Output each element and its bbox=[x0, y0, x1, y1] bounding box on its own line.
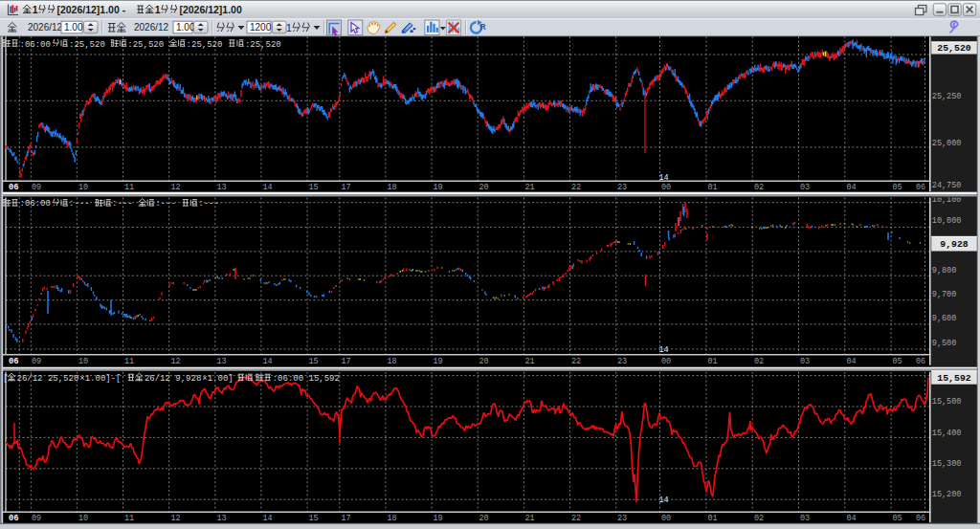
svg-text:14: 14 bbox=[263, 183, 273, 192]
svg-text:×1.00]: ×1.00] bbox=[202, 374, 233, 384]
svg-text:19: 19 bbox=[434, 183, 443, 192]
svg-text:25,250: 25,250 bbox=[932, 92, 962, 101]
svg-text:05: 05 bbox=[893, 183, 902, 192]
svg-text:1.00: 1.00 bbox=[176, 22, 195, 33]
svg-text:12: 12 bbox=[171, 357, 181, 366]
svg-text:15,500: 15,500 bbox=[932, 397, 962, 407]
svg-text:23: 23 bbox=[617, 357, 627, 366]
svg-text::---: :--- bbox=[112, 199, 133, 209]
svg-text::25,520: :25,520 bbox=[245, 40, 281, 50]
svg-text:1: 1 bbox=[286, 22, 292, 33]
svg-text:15,592: 15,592 bbox=[937, 373, 970, 384]
svg-text:20: 20 bbox=[479, 183, 489, 192]
svg-text:9,928: 9,928 bbox=[940, 239, 969, 250]
svg-text:17: 17 bbox=[342, 183, 351, 192]
svg-text:06: 06 bbox=[9, 357, 19, 366]
svg-text:12: 12 bbox=[171, 183, 181, 192]
svg-text:12: 12 bbox=[171, 514, 181, 523]
svg-text:04: 04 bbox=[847, 514, 857, 523]
svg-text:22: 22 bbox=[571, 514, 581, 523]
svg-text:06: 06 bbox=[916, 514, 925, 523]
svg-text:06: 06 bbox=[916, 357, 925, 366]
svg-text:01: 01 bbox=[708, 514, 718, 523]
svg-text:9,800: 9,800 bbox=[932, 266, 957, 276]
svg-text:15,200: 15,200 bbox=[932, 490, 962, 499]
svg-text:10,000: 10,000 bbox=[932, 216, 962, 226]
svg-text:17: 17 bbox=[342, 514, 351, 523]
svg-text:23: 23 bbox=[617, 514, 627, 523]
svg-text:[: [ bbox=[3, 374, 8, 384]
svg-text:2026/12: 2026/12 bbox=[134, 22, 169, 33]
svg-text:1: 1 bbox=[33, 4, 38, 15]
svg-text:[2026/12]1.00 -: [2026/12]1.00 - bbox=[56, 4, 125, 15]
svg-text:00: 00 bbox=[661, 357, 671, 366]
svg-text:18: 18 bbox=[388, 183, 397, 192]
svg-text:00: 00 bbox=[661, 183, 671, 192]
svg-text:14: 14 bbox=[659, 496, 669, 505]
svg-text:01: 01 bbox=[708, 183, 718, 192]
svg-text::25,520: :25,520 bbox=[69, 40, 105, 50]
svg-text:22: 22 bbox=[571, 357, 581, 366]
svg-text::---: :--- bbox=[155, 199, 176, 209]
svg-text:21: 21 bbox=[525, 514, 535, 523]
svg-text:10: 10 bbox=[78, 357, 88, 366]
svg-text:1.00: 1.00 bbox=[64, 22, 83, 33]
svg-text:15: 15 bbox=[309, 183, 319, 192]
svg-text:09: 09 bbox=[32, 514, 41, 523]
svg-text:18: 18 bbox=[388, 514, 397, 523]
svg-text:11: 11 bbox=[124, 183, 134, 192]
svg-text::06:00 15,592: :06:00 15,592 bbox=[273, 374, 340, 384]
svg-text:15: 15 bbox=[309, 357, 319, 366]
svg-text:20: 20 bbox=[479, 357, 489, 366]
svg-text:19: 19 bbox=[434, 357, 443, 366]
svg-text:15,400: 15,400 bbox=[932, 429, 962, 438]
svg-text:04: 04 bbox=[847, 183, 857, 192]
svg-text:21: 21 bbox=[525, 357, 535, 366]
svg-text:03: 03 bbox=[800, 357, 810, 366]
svg-text:24,750: 24,750 bbox=[932, 181, 962, 190]
svg-text:1200: 1200 bbox=[250, 22, 272, 33]
svg-text:25,000: 25,000 bbox=[932, 139, 962, 148]
svg-text:03: 03 bbox=[800, 514, 810, 523]
svg-text:14: 14 bbox=[263, 514, 273, 523]
svg-text:13: 13 bbox=[217, 183, 227, 192]
svg-text:05: 05 bbox=[893, 514, 902, 523]
svg-text:13: 13 bbox=[217, 357, 227, 366]
svg-text:15: 15 bbox=[309, 514, 319, 523]
svg-text:09: 09 bbox=[32, 357, 41, 366]
svg-text:11: 11 bbox=[124, 357, 134, 366]
svg-text:01: 01 bbox=[708, 357, 718, 366]
svg-text:25,520: 25,520 bbox=[937, 43, 970, 54]
svg-text:23: 23 bbox=[617, 183, 627, 192]
svg-text::06:00: :06:00 bbox=[20, 199, 51, 209]
svg-text::25,520: :25,520 bbox=[187, 40, 223, 50]
svg-text:13: 13 bbox=[217, 514, 227, 523]
svg-text:9,600: 9,600 bbox=[932, 314, 957, 323]
svg-text:9,700: 9,700 bbox=[932, 290, 957, 299]
svg-text:19: 19 bbox=[434, 514, 443, 523]
svg-text:1: 1 bbox=[155, 4, 161, 15]
svg-text:02: 02 bbox=[754, 183, 764, 192]
svg-text:06: 06 bbox=[916, 183, 925, 192]
svg-text::25,520: :25,520 bbox=[127, 40, 164, 50]
svg-text:11: 11 bbox=[124, 514, 134, 523]
svg-text:05: 05 bbox=[893, 357, 902, 366]
svg-text:17: 17 bbox=[342, 357, 351, 366]
svg-text:06: 06 bbox=[9, 183, 19, 192]
svg-text:03: 03 bbox=[800, 183, 810, 192]
svg-text:14: 14 bbox=[263, 357, 273, 366]
svg-text::06:00: :06:00 bbox=[20, 40, 51, 50]
svg-text:00: 00 bbox=[661, 514, 671, 523]
svg-text::---: :--- bbox=[198, 199, 219, 209]
svg-text:18: 18 bbox=[388, 357, 397, 366]
svg-text:×1.00]-[: ×1.00]-[ bbox=[79, 374, 121, 384]
svg-text:[2026/12]1.00: [2026/12]1.00 bbox=[179, 4, 242, 15]
svg-text:04: 04 bbox=[847, 357, 857, 366]
svg-text:02: 02 bbox=[754, 514, 764, 523]
svg-text:15,300: 15,300 bbox=[932, 459, 962, 469]
svg-text:20: 20 bbox=[479, 514, 489, 523]
svg-text:R: R bbox=[480, 22, 486, 32]
svg-text::---: :--- bbox=[69, 199, 90, 209]
svg-text:10: 10 bbox=[78, 183, 88, 192]
svg-text:09: 09 bbox=[32, 183, 41, 192]
